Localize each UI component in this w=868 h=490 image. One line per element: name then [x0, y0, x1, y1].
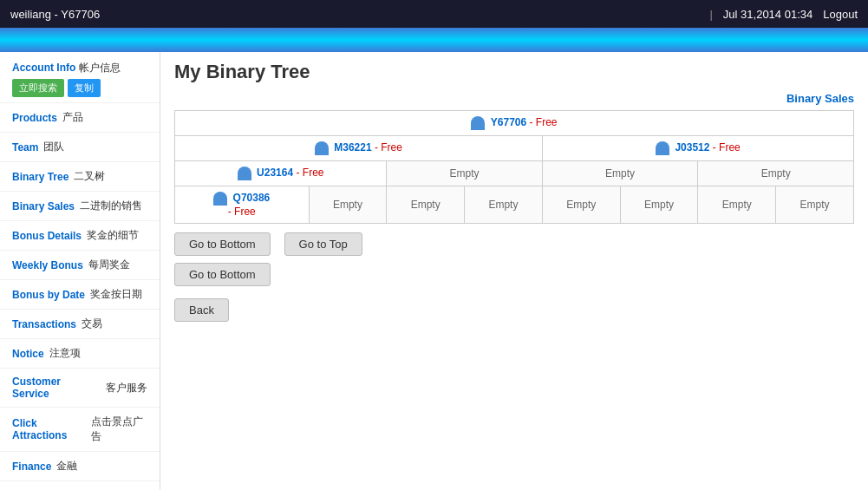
root-cell: Y67706 - Free [175, 111, 854, 136]
products-en: Products [12, 112, 57, 124]
binary-sales-cn: 二进制的销售 [80, 199, 142, 213]
level3-cell-3: Empty [465, 186, 543, 224]
button-row-2: Go to Bottom [174, 263, 854, 286]
page-title: My Binary Tree [174, 61, 854, 83]
header-separator: | [709, 8, 712, 21]
copy-button[interactable]: 复制 [68, 79, 101, 97]
bonus-details-cn: 奖金的细节 [87, 228, 139, 243]
level3-cell-0: Q70386 - Free [175, 186, 310, 224]
svg-point-2 [659, 142, 666, 149]
bonus-details-en: Bonus Details [12, 230, 82, 242]
bonus-by-date-cn: 奖金按日期 [90, 287, 142, 302]
go-to-bottom-button-2[interactable]: Go to Bottom [174, 263, 271, 286]
sidebar-item-customer-service[interactable]: Customer Service 客户服务 [0, 369, 160, 408]
sidebar: Account Info 帐户信息 立即搜索 复制 Products 产品 Te… [0, 52, 160, 490]
sidebar-item-products[interactable]: Products 产品 [0, 103, 160, 133]
level1-right-icon [656, 141, 669, 155]
sidebar-item-account-info[interactable]: Account Info 帐户信息 立即搜索 复制 [0, 56, 160, 103]
notice-cn: 注意项 [49, 346, 81, 361]
binary-tree-cn: 二叉树 [74, 169, 105, 184]
weekly-bonus-en: Weekly Bonus [12, 259, 83, 271]
header: weiliang - Y67706 | Jul 31,2014 01:34 Lo… [0, 0, 868, 28]
root-user-icon [471, 116, 485, 130]
level1-left-icon [315, 141, 329, 155]
tree-row-root: Y67706 - Free [175, 111, 854, 136]
banner [0, 28, 868, 52]
back-row: Back [174, 298, 854, 322]
account-info-cn: 帐户信息 [79, 62, 121, 74]
sidebar-item-binary-tree[interactable]: Binary Tree 二叉树 [0, 162, 160, 192]
customer-service-cn: 客户服务 [106, 381, 147, 395]
go-to-top-button[interactable]: Go to Top [284, 232, 362, 256]
binary-sales-link[interactable]: Binary Sales [174, 92, 854, 105]
level2-cell-2: Empty [542, 161, 698, 186]
tree-row-level2: U23164 - Free Empty Empty Empty [175, 161, 854, 186]
level3-cell-5: Empty [620, 186, 698, 224]
finance-en: Finance [12, 461, 51, 473]
sidebar-item-click-attractions[interactable]: Click Attractions 点击景点广告 [0, 408, 160, 452]
level2-link-0[interactable]: U23164 [257, 167, 293, 179]
level1-right-cell: J03512 - Free [542, 136, 853, 161]
level1-left-link[interactable]: M36221 [334, 141, 371, 154]
search-button[interactable]: 立即搜索 [12, 79, 64, 97]
level3-cell-7: Empty [776, 186, 854, 224]
tree-row-level3: Q70386 - Free Empty Empty Empty Empty Em… [175, 186, 854, 224]
team-en: Team [12, 141, 38, 154]
weekly-bonus-cn: 每周奖金 [88, 258, 130, 272]
binary-tree-table: Y67706 - Free M36221 - Free J03 [174, 110, 854, 224]
level3-icon-0 [213, 192, 227, 206]
level3-cell-1: Empty [309, 186, 387, 224]
sidebar-item-binary-sales[interactable]: Binary Sales 二进制的销售 [0, 192, 160, 221]
main-content: My Binary Tree Binary Sales Y67706 - Fre… [160, 52, 868, 490]
binary-tree-en: Binary Tree [12, 171, 69, 183]
header-datetime: Jul 31,2014 01:34 [723, 8, 813, 21]
button-row-1: Go to Bottom Go to Top [174, 232, 854, 256]
team-cn: 团队 [43, 140, 64, 154]
svg-point-0 [474, 117, 481, 124]
level1-left-cell: M36221 - Free [175, 136, 543, 161]
products-cn: 产品 [62, 110, 83, 125]
layout: Account Info 帐户信息 立即搜索 复制 Products 产品 Te… [0, 52, 868, 490]
level3-cell-2: Empty [387, 186, 465, 224]
customer-service-en: Customer Service [12, 376, 101, 400]
finance-cn: 金融 [56, 459, 77, 474]
root-user-link[interactable]: Y67706 [491, 116, 526, 128]
sidebar-item-notice[interactable]: Notice 注意项 [0, 339, 160, 369]
tree-row-level1: M36221 - Free J03512 - Free [175, 136, 854, 161]
transactions-cn: 交易 [82, 317, 102, 331]
sidebar-item-finance[interactable]: Finance 金融 [0, 452, 160, 481]
svg-point-3 [241, 167, 248, 174]
svg-point-1 [318, 142, 325, 149]
sidebar-item-weekly-bonus[interactable]: Weekly Bonus 每周奖金 [0, 251, 160, 280]
level2-cell-1: Empty [387, 161, 543, 186]
level3-cell-4: Empty [542, 186, 620, 224]
sidebar-item-bonus-details[interactable]: Bonus Details 奖金的细节 [0, 221, 160, 251]
level3-link-0[interactable]: Q70386 [233, 192, 271, 204]
sidebar-item-transactions[interactable]: Transactions 交易 [0, 310, 160, 339]
go-to-bottom-button-1[interactable]: Go to Bottom [174, 232, 271, 256]
svg-point-4 [217, 193, 224, 199]
sidebar-item-bonus-by-date[interactable]: Bonus by Date 奖金按日期 [0, 280, 160, 310]
notice-en: Notice [12, 348, 44, 360]
level1-right-link[interactable]: J03512 [675, 141, 709, 154]
header-username: weiliang - Y67706 [10, 8, 100, 21]
bonus-by-date-en: Bonus by Date [12, 289, 85, 301]
binary-sales-en: Binary Sales [12, 200, 75, 212]
back-button[interactable]: Back [174, 298, 229, 322]
click-attractions-en: Click Attractions [12, 417, 86, 441]
transactions-en: Transactions [12, 318, 76, 330]
account-info-en: Account Info [12, 62, 75, 74]
level3-cell-6: Empty [698, 186, 776, 224]
level2-cell-0: U23164 - Free [175, 161, 387, 186]
level2-icon-0 [238, 167, 251, 180]
level2-cell-3: Empty [698, 161, 854, 186]
sidebar-item-team[interactable]: Team 团队 [0, 133, 160, 162]
logout-button[interactable]: Logout [823, 8, 858, 21]
click-attractions-cn: 点击景点广告 [91, 415, 147, 444]
